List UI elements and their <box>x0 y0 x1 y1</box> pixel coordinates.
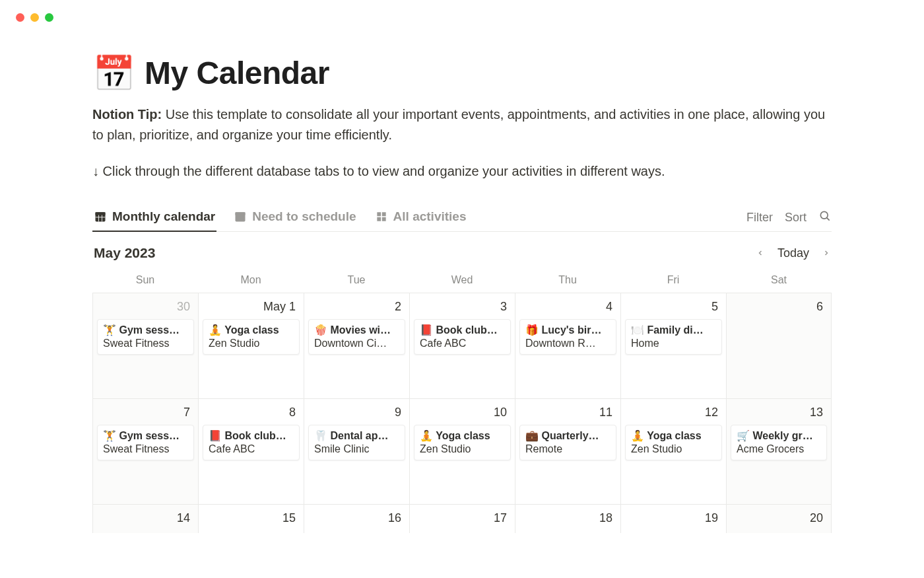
calendar-event[interactable]: 🎁 Lucy's bir…Downtown R… <box>519 319 616 355</box>
date-number: 17 <box>414 510 511 529</box>
calendar-event[interactable]: 🏋️ Gym sess…Sweat Fitness <box>97 319 194 355</box>
date-number: 20 <box>731 510 827 529</box>
calendar-cell[interactable]: 6 <box>726 293 832 398</box>
calendar-event[interactable]: 💼 Quarterly…Remote <box>519 425 616 460</box>
event-title: 🍽️ Family di… <box>631 324 716 336</box>
tip-label: Notion Tip: <box>92 107 162 122</box>
day-header: Fri <box>620 270 726 293</box>
tab-need-to-schedule[interactable]: Need to schedule <box>232 204 357 232</box>
close-window-icon[interactable] <box>16 13 24 22</box>
tab-all-activities[interactable]: All activities <box>374 204 468 232</box>
calendar-month-label: May 2023 <box>94 245 155 261</box>
tip-text: Notion Tip: Use this template to consoli… <box>92 104 832 145</box>
tab-label: Need to schedule <box>252 209 356 224</box>
date-number: 13 <box>731 404 827 423</box>
page-title: My Calendar <box>145 55 329 91</box>
calendar-cell[interactable]: May 1🧘 Yoga classZen Studio <box>198 293 304 398</box>
calendar-cell[interactable]: 3📕 Book club…Cafe ABC <box>409 293 515 398</box>
date-number: 3 <box>414 299 511 318</box>
event-location: Cafe ABC <box>209 443 294 455</box>
date-number: 10 <box>414 404 511 423</box>
date-number: 7 <box>97 404 194 423</box>
date-number: 5 <box>625 299 722 318</box>
svg-point-7 <box>820 211 828 219</box>
date-number: 15 <box>203 510 300 529</box>
event-title: 🛒 Weekly gr… <box>737 429 821 442</box>
event-title: 🏋️ Gym sess… <box>103 324 188 336</box>
day-header: Sat <box>726 270 832 293</box>
calendar-cell[interactable]: 11💼 Quarterly…Remote <box>515 398 620 504</box>
calendar-cell[interactable]: 10🧘 Yoga classZen Studio <box>409 398 515 504</box>
event-location: Remote <box>525 443 610 455</box>
calendar-cell[interactable]: 13🛒 Weekly gr…Acme Grocers <box>726 398 832 504</box>
calendar-cell[interactable]: 30🏋️ Gym sess…Sweat Fitness <box>92 293 198 398</box>
date-number: 16 <box>308 510 405 529</box>
event-location: Downtown R… <box>525 338 610 349</box>
page-emoji-icon[interactable]: 📅 <box>92 56 135 90</box>
calendar-cell[interactable]: 16 <box>304 504 409 533</box>
calendar-event[interactable]: 🍿 Movies wi…Downtown Ci… <box>308 319 405 355</box>
svg-rect-6 <box>236 212 246 215</box>
day-header: Thu <box>515 270 620 293</box>
event-location: Sweat Fitness <box>103 443 188 455</box>
filter-button[interactable]: Filter <box>746 211 773 225</box>
date-number: 14 <box>97 510 194 529</box>
calendar-cell[interactable]: 17 <box>409 504 515 533</box>
calendar-cell[interactable]: 5🍽️ Family di…Home <box>620 293 726 398</box>
date-number: 18 <box>519 510 616 529</box>
subtext: ↓ Click through the different database t… <box>92 164 832 179</box>
day-header: Wed <box>409 270 515 293</box>
calendar-cell[interactable]: 2🍿 Movies wi…Downtown Ci… <box>304 293 409 398</box>
event-title: 🧘 Yoga class <box>209 324 294 336</box>
day-header: Mon <box>198 270 304 293</box>
event-title: 📕 Book club… <box>420 324 505 336</box>
tab-icon <box>234 210 247 223</box>
calendar-cell[interactable]: 20 <box>726 504 832 533</box>
date-number: 8 <box>203 404 300 423</box>
calendar-cell[interactable]: 15 <box>198 504 304 533</box>
event-title: 📕 Book club… <box>209 429 294 442</box>
tab-label: All activities <box>393 209 467 224</box>
event-title: 🎁 Lucy's bir… <box>525 324 610 336</box>
event-location: Smile Clinic <box>314 443 399 455</box>
calendar-event[interactable]: 📕 Book club…Cafe ABC <box>203 425 300 460</box>
calendar-cell[interactable]: 4🎁 Lucy's bir…Downtown R… <box>515 293 620 398</box>
calendar-event[interactable]: 🦷 Dental ap…Smile Clinic <box>308 425 405 460</box>
window-controls <box>0 0 924 22</box>
event-title: 🦷 Dental ap… <box>314 429 399 442</box>
minimize-window-icon[interactable] <box>30 13 39 22</box>
tab-monthly-calendar[interactable]: Monthly calendar <box>92 204 216 232</box>
event-title: 🍿 Movies wi… <box>314 324 399 336</box>
calendar-cell[interactable]: 9🦷 Dental ap…Smile Clinic <box>304 398 409 504</box>
calendar-cell[interactable]: 8📕 Book club…Cafe ABC <box>198 398 304 504</box>
event-location: Downtown Ci… <box>314 338 399 349</box>
next-month-button[interactable] <box>822 246 830 260</box>
event-title: 🧘 Yoga class <box>420 429 505 442</box>
event-title: 🏋️ Gym sess… <box>103 429 188 442</box>
event-location: Sweat Fitness <box>103 338 188 349</box>
calendar-event[interactable]: 🍽️ Family di…Home <box>625 319 722 355</box>
calendar-cell[interactable]: 19 <box>620 504 726 533</box>
date-number: 9 <box>308 404 405 423</box>
event-location: Cafe ABC <box>420 338 505 349</box>
calendar-cell[interactable]: 12🧘 Yoga classZen Studio <box>620 398 726 504</box>
tab-label: Monthly calendar <box>112 209 215 224</box>
calendar-event[interactable]: 🧘 Yoga classZen Studio <box>414 425 511 460</box>
calendar-event[interactable]: 📕 Book club…Cafe ABC <box>414 319 511 355</box>
svg-rect-1 <box>96 212 106 215</box>
prev-month-button[interactable] <box>756 246 764 260</box>
maximize-window-icon[interactable] <box>45 13 53 22</box>
calendar-cell[interactable]: 14 <box>92 504 198 533</box>
sort-button[interactable]: Sort <box>785 211 807 225</box>
calendar-event[interactable]: 🧘 Yoga classZen Studio <box>625 425 722 460</box>
calendar-cell[interactable]: 18 <box>515 504 620 533</box>
calendar-event[interactable]: 🛒 Weekly gr…Acme Grocers <box>731 425 827 460</box>
calendar-event[interactable]: 🧘 Yoga classZen Studio <box>203 319 300 355</box>
event-location: Home <box>631 338 716 349</box>
calendar-event[interactable]: 🏋️ Gym sess…Sweat Fitness <box>97 425 194 460</box>
calendar-cell[interactable]: 7🏋️ Gym sess…Sweat Fitness <box>92 398 198 504</box>
svg-line-8 <box>827 218 830 221</box>
search-icon[interactable] <box>818 209 832 226</box>
event-title: 💼 Quarterly… <box>525 429 610 442</box>
today-button[interactable]: Today <box>777 246 809 260</box>
